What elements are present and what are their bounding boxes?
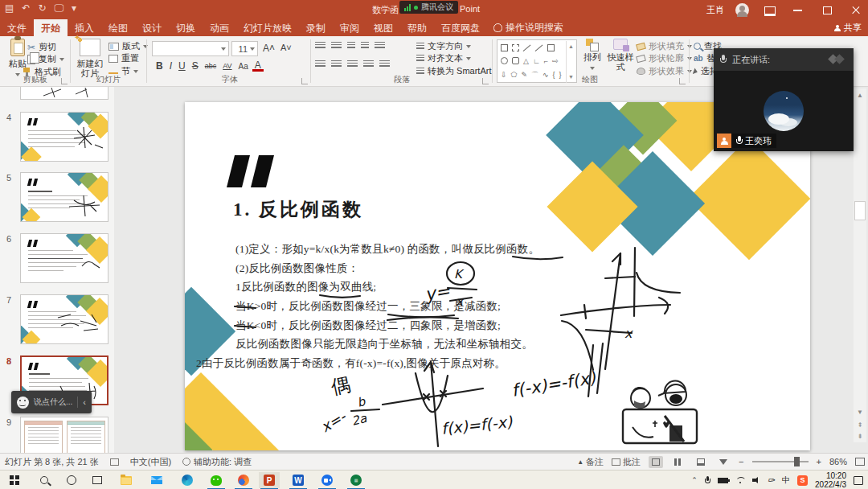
tab-record[interactable]: 录制 — [299, 19, 333, 36]
tab-home[interactable]: 开始 — [34, 19, 68, 36]
rectangle-shape-icon[interactable] — [501, 44, 508, 51]
vertical-scrollbar[interactable]: ▲ ▼ ⇞ ⇟ — [854, 88, 866, 442]
grow-font-button[interactable]: A˄ — [263, 43, 275, 54]
tab-view[interactable]: 视图 — [366, 19, 400, 36]
align-text-button[interactable]: 对齐文本 — [416, 52, 471, 64]
font-color-button[interactable]: A — [252, 61, 264, 72]
thumbnail-slide-9[interactable] — [20, 417, 108, 453]
increase-indent-icon[interactable] — [361, 42, 369, 50]
meeting-chat-bubble[interactable]: 说点什么... ‹ — [11, 391, 92, 413]
thumbnail-slide-4[interactable] — [20, 112, 108, 162]
word-icon[interactable]: W — [288, 472, 309, 488]
new-slide-button[interactable]: 新建幻灯片 — [75, 39, 105, 78]
customize-qat-icon[interactable]: ▾ — [72, 2, 76, 14]
tab-file[interactable]: 文件 — [0, 19, 34, 36]
maximize-button[interactable] — [818, 2, 836, 17]
triangle-shape-icon[interactable]: △ — [523, 57, 529, 65]
slide-sorter-view-button[interactable] — [671, 456, 686, 468]
oval-shape-icon[interactable] — [501, 57, 508, 64]
comments-button[interactable]: 批注 — [612, 456, 641, 468]
arc-shape-icon[interactable]: ⌒ — [531, 71, 538, 79]
columns-icon[interactable] — [379, 60, 390, 68]
elbow-connector-icon[interactable]: ∟ — [533, 57, 540, 65]
right-arrow-shape-icon[interactable]: ⇨ — [552, 57, 559, 65]
shapes-gallery[interactable]: △ ∟ ⌐ ⇨ ⇩ ⬠ ✎ ⌒ ∿ { } ▲▼ — [497, 39, 577, 83]
emoji-icon[interactable] — [17, 397, 29, 409]
scribble-shape-icon[interactable]: ∿ — [542, 71, 549, 79]
fit-slide-to-window-button[interactable] — [855, 458, 865, 466]
drawing-dialog-launcher[interactable] — [679, 78, 686, 84]
font-name-combobox[interactable] — [152, 41, 229, 56]
meeting-video-tile[interactable]: 王奕玮 — [714, 71, 854, 151]
undo-icon[interactable]: ↶ — [22, 2, 30, 14]
zoom-slider[interactable] — [752, 461, 809, 462]
arrow-line-shape-icon[interactable] — [535, 44, 543, 51]
chat-placeholder[interactable]: 说点什么... — [34, 397, 72, 408]
slide-text-line[interactable]: (1)定义：形如y=k/x(k为常数且k≠0) 的函数，叫做反比例函数。 — [235, 242, 539, 257]
wechat-icon[interactable] — [206, 472, 227, 488]
thumbnail-slide-3[interactable] — [20, 87, 108, 100]
taskbar-search-icon[interactable] — [34, 472, 55, 488]
font-dialog-launcher[interactable] — [301, 78, 308, 84]
slide-text-line[interactable]: 1反比例函数的图像为双曲线; — [235, 280, 376, 294]
arrange-button[interactable]: 排列 — [580, 39, 604, 72]
change-case-button[interactable]: Aa — [236, 62, 251, 71]
font-size-combobox[interactable]: 11 — [231, 41, 258, 56]
clock[interactable]: 10:20 2022/4/3 — [815, 471, 846, 489]
underline-button[interactable]: U — [176, 60, 188, 72]
thumbnail-slide-5[interactable] — [20, 172, 108, 222]
align-center-icon[interactable] — [331, 60, 342, 68]
text-direction-button[interactable]: 文字方向 — [416, 40, 471, 52]
account-name[interactable]: 王肖 — [706, 4, 724, 16]
redo-icon[interactable]: ↻ — [38, 2, 46, 14]
tell-me-search[interactable]: 操作说明搜索 — [487, 19, 570, 36]
theme-icon[interactable] — [110, 458, 119, 466]
strikethrough-button[interactable]: S — [190, 60, 201, 72]
pentagon-shape-icon[interactable]: ⬠ — [511, 71, 518, 79]
tab-transitions[interactable]: 切换 — [169, 19, 203, 36]
previous-slide-button[interactable]: ⇞ — [854, 420, 866, 431]
volume-icon[interactable] — [752, 477, 760, 484]
zoom-in-button[interactable]: + — [817, 457, 821, 466]
numbering-icon[interactable] — [331, 42, 342, 50]
tab-insert[interactable]: 插入 — [68, 19, 101, 36]
align-right-icon[interactable] — [347, 60, 358, 68]
reading-view-button[interactable] — [694, 456, 708, 468]
minimize-button[interactable] — [789, 2, 807, 17]
file-explorer-icon[interactable] — [116, 472, 137, 488]
start-button[interactable] — [4, 472, 25, 488]
clear-formatting-button[interactable]: abc — [203, 62, 219, 70]
slide-text-line[interactable]: (2)反比例函数图像性质： — [235, 261, 358, 276]
tab-review[interactable]: 审阅 — [333, 19, 366, 36]
tab-baidu-netdisk[interactable]: 百度网盘 — [434, 19, 487, 36]
slide-canvas[interactable]: 1. 反比例函数 (1)定义：形如y=k/x(k为常数且k≠0) 的函数，叫做反… — [185, 102, 810, 450]
ribbon-display-options-button[interactable] — [760, 2, 778, 17]
slideshow-icon[interactable]: 🖵 — [54, 2, 63, 14]
wifi-icon[interactable] — [735, 477, 745, 484]
scroll-thumb[interactable] — [854, 201, 866, 220]
tab-slideshow[interactable]: 幻灯片放映 — [236, 19, 299, 36]
layout-button[interactable]: 版式 — [108, 40, 148, 52]
language-status[interactable]: 中文(中国) — [130, 456, 171, 468]
shape-fill-button[interactable]: 形状填充 — [637, 40, 692, 52]
account-avatar[interactable] — [735, 3, 749, 17]
shrink-font-button[interactable]: A˅ — [280, 43, 292, 52]
meeting-header[interactable]: 正在讲话: — [714, 48, 854, 71]
pen-settings-icon[interactable]: ✑ — [768, 475, 775, 486]
tray-expand-chevron[interactable]: ⌃ — [691, 476, 698, 484]
zoom-slider-thumb[interactable] — [794, 457, 800, 466]
tab-design[interactable]: 设计 — [135, 19, 169, 36]
shapes-gallery-scrollbar[interactable]: ▲▼ — [566, 41, 575, 83]
zoom-out-button[interactable]: − — [739, 457, 743, 466]
firefox-icon[interactable] — [233, 472, 254, 488]
slide-title[interactable]: 1. 反比例函数 — [233, 197, 363, 222]
rounded-rect-shape-icon[interactable] — [512, 57, 519, 64]
chat-collapse-arrow[interactable]: ‹ — [83, 397, 86, 407]
thumbnail-slide-7[interactable] — [20, 294, 108, 344]
save-icon[interactable]: ▤ — [5, 2, 14, 14]
textbox-shape-icon[interactable] — [512, 44, 519, 51]
tab-help[interactable]: 帮助 — [400, 19, 434, 36]
tencent-meeting-overlay[interactable]: 正在讲话: 王奕玮 — [714, 48, 854, 151]
tab-draw[interactable]: 绘图 — [101, 19, 135, 36]
decrease-indent-icon[interactable] — [347, 42, 355, 50]
